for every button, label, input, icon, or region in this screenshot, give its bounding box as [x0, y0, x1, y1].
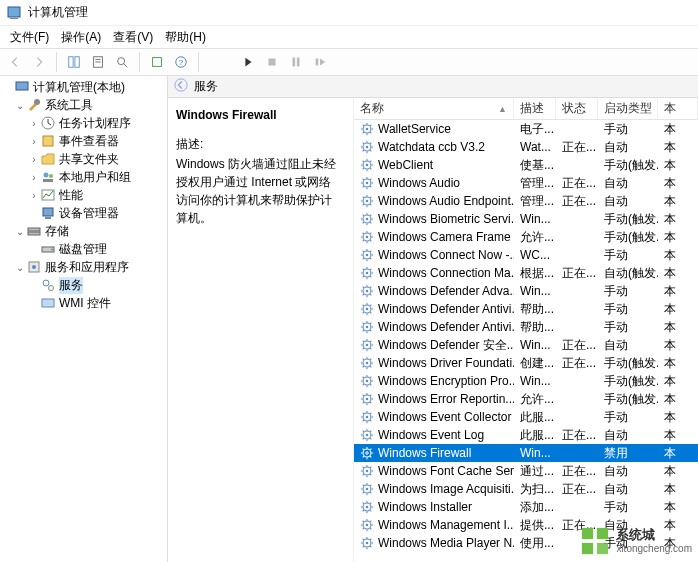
svg-point-31	[32, 265, 36, 269]
tree-event-viewer[interactable]: › 事件查看器	[0, 132, 167, 150]
col-name[interactable]: 名称▲	[354, 98, 514, 119]
service-name: WebClient	[378, 158, 433, 172]
svg-point-49	[366, 236, 369, 239]
svg-point-55	[366, 290, 369, 293]
toolbar: ?	[0, 48, 698, 76]
tree-task-scheduler[interactable]: › 任务计划程序	[0, 114, 167, 132]
collapse-icon[interactable]: ⌄	[14, 100, 26, 111]
tree-system-tools[interactable]: ⌄ 系统工具	[0, 96, 167, 114]
service-startup: 自动	[598, 427, 658, 444]
menu-action[interactable]: 操作(A)	[55, 27, 107, 48]
svg-point-32	[43, 280, 49, 286]
service-row[interactable]: Windows Audio Endpoint...管理...正在...自动本	[354, 192, 698, 210]
service-desc: 管理...	[514, 175, 556, 192]
nav-back-button[interactable]	[4, 51, 26, 73]
disk-icon	[40, 241, 56, 257]
watermark-url: xitongcheng.com	[616, 543, 692, 554]
tree-performance[interactable]: › 性能	[0, 186, 167, 204]
service-row[interactable]: Windows Encryption Pro...Win...手动(触发...本	[354, 372, 698, 390]
collapse-icon[interactable]: ⌄	[14, 226, 26, 237]
service-row[interactable]: Windows Connection Ma...根据...正在...自动(触发.…	[354, 264, 698, 282]
nav-tree[interactable]: 计算机管理(本地) ⌄ 系统工具 › 任务计划程序 › 事件查看器 › 共享文件…	[0, 76, 168, 562]
properties-button[interactable]	[87, 51, 109, 73]
service-row[interactable]: WebClient使基...手动(触发...本	[354, 156, 698, 174]
tree-services[interactable]: 服务	[0, 276, 167, 294]
service-startup: 手动	[598, 409, 658, 426]
service-row[interactable]: Windows Error Reportin...允许...手动(触发...本	[354, 390, 698, 408]
menu-file[interactable]: 文件(F)	[4, 27, 55, 48]
col-status[interactable]: 状态	[556, 98, 598, 119]
menu-help[interactable]: 帮助(H)	[159, 27, 212, 48]
service-row[interactable]: Windows Font Cache Ser...通过...正在...自动本	[354, 462, 698, 480]
refresh-button[interactable]	[146, 51, 168, 73]
tree-storage[interactable]: ⌄ 存储	[0, 222, 167, 240]
svg-point-7	[118, 58, 125, 65]
svg-rect-16	[16, 82, 28, 90]
service-name: Windows Audio	[378, 176, 460, 190]
service-row[interactable]: WalletService电子...手动本	[354, 120, 698, 138]
service-name: Windows Management I...	[378, 518, 514, 532]
expand-icon[interactable]: ›	[28, 154, 40, 165]
pause-service-button[interactable]	[285, 51, 307, 73]
service-row[interactable]: Windows Biometric Servi...Win...手动(触发...…	[354, 210, 698, 228]
svg-rect-22	[43, 179, 53, 182]
service-desc: WC...	[514, 248, 556, 262]
help-button[interactable]: ?	[170, 51, 192, 73]
service-desc: 帮助...	[514, 301, 556, 318]
service-row[interactable]: Windows Event Log此服...正在...自动本	[354, 426, 698, 444]
service-desc: 使用...	[514, 535, 556, 552]
service-desc: 此服...	[514, 409, 556, 426]
service-ext: 本	[658, 193, 698, 210]
service-startup: 自动	[598, 193, 658, 210]
tree-wmi[interactable]: WMI 控件	[0, 294, 167, 312]
service-row[interactable]: Windows Driver Foundati...创建...正在...手动(触…	[354, 354, 698, 372]
collapse-icon[interactable]: ⌄	[14, 262, 26, 273]
service-rows[interactable]: WalletService电子...手动本Watchdata ccb V3.2W…	[354, 120, 698, 562]
back-icon[interactable]	[174, 78, 188, 95]
col-desc[interactable]: 描述	[514, 98, 556, 119]
service-row[interactable]: Watchdata ccb V3.2Wat...正在...自动本	[354, 138, 698, 156]
service-row[interactable]: Windows FirewallWin...禁用本	[354, 444, 698, 462]
watermark-logo-icon	[580, 526, 610, 556]
service-ext: 本	[658, 409, 698, 426]
services-header: 服务	[168, 76, 698, 98]
expand-icon[interactable]: ›	[28, 136, 40, 147]
service-row[interactable]: Windows Connect Now -...WC...手动本	[354, 246, 698, 264]
tree-shared-folders[interactable]: › 共享文件夹	[0, 150, 167, 168]
export-button[interactable]	[111, 51, 133, 73]
service-row[interactable]: Windows Defender Adva...Win...手动本	[354, 282, 698, 300]
tree-device-manager[interactable]: 设备管理器	[0, 204, 167, 222]
tree-services-apps[interactable]: ⌄ 服务和应用程序	[0, 258, 167, 276]
service-ext: 本	[658, 283, 698, 300]
service-status: 正在...	[556, 175, 598, 192]
service-row[interactable]: Windows Defender 安全...Win...正在...自动本	[354, 336, 698, 354]
tree-disk-mgmt[interactable]: 磁盘管理	[0, 240, 167, 258]
service-row[interactable]: Windows Audio管理...正在...自动本	[354, 174, 698, 192]
service-desc: 帮助...	[514, 319, 556, 336]
service-row[interactable]: Windows Event Collector此服...手动本	[354, 408, 698, 426]
svg-point-41	[366, 164, 369, 167]
service-row[interactable]: Windows Defender Antivi...帮助...手动本	[354, 318, 698, 336]
expand-icon[interactable]: ›	[28, 118, 40, 129]
service-row[interactable]: Windows Image Acquisiti...为扫...正在...自动本	[354, 480, 698, 498]
service-row[interactable]: Windows Camera Frame ...允许...手动(触发...本	[354, 228, 698, 246]
expand-icon[interactable]: ›	[28, 190, 40, 201]
users-icon	[40, 169, 56, 185]
menu-view[interactable]: 查看(V)	[107, 27, 159, 48]
service-row[interactable]: Windows Defender Antivi...帮助...手动本	[354, 300, 698, 318]
start-service-button[interactable]	[237, 51, 259, 73]
services-apps-icon	[26, 259, 42, 275]
service-row[interactable]: Windows Installer添加...手动本	[354, 498, 698, 516]
nav-forward-button[interactable]	[28, 51, 50, 73]
service-name: Windows Audio Endpoint...	[378, 194, 514, 208]
col-startup[interactable]: 启动类型	[598, 98, 658, 119]
tree-local-users[interactable]: › 本地用户和组	[0, 168, 167, 186]
restart-service-button[interactable]	[309, 51, 331, 73]
show-hide-tree-button[interactable]	[63, 51, 85, 73]
stop-service-button[interactable]	[261, 51, 283, 73]
tree-root[interactable]: 计算机管理(本地)	[0, 78, 167, 96]
service-ext: 本	[658, 391, 698, 408]
svg-point-81	[366, 524, 369, 527]
expand-icon[interactable]: ›	[28, 172, 40, 183]
col-ext[interactable]: 本	[658, 98, 698, 119]
